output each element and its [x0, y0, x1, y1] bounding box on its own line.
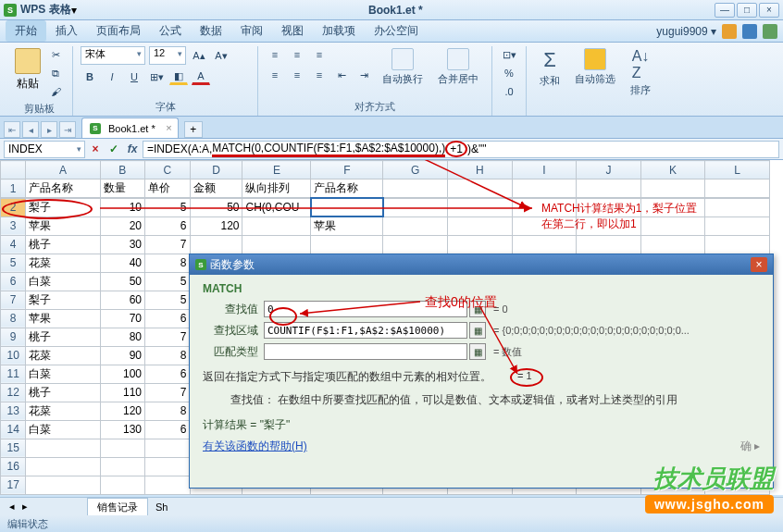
formula-cancel-button[interactable]: ×: [87, 141, 104, 157]
range-picker-icon[interactable]: ▦: [469, 343, 486, 360]
match-type-input[interactable]: [264, 343, 467, 360]
clipboard-icon: [15, 48, 41, 74]
grid[interactable]: A B C D E F G H I J K L 1 产品名称数量单价金额纵向排列…: [0, 160, 770, 198]
range-picker-icon[interactable]: ▦: [469, 322, 486, 339]
col-K[interactable]: K: [640, 161, 705, 179]
new-doc-button[interactable]: +: [184, 121, 203, 138]
col-B[interactable]: B: [100, 161, 145, 179]
menu-data[interactable]: 数据: [191, 20, 231, 42]
formula-accept-button[interactable]: ✓: [106, 141, 122, 157]
indent-dec-icon[interactable]: ⇤: [332, 67, 351, 83]
col-F[interactable]: F: [311, 161, 383, 179]
watermark-title: 技术员联盟: [645, 463, 774, 495]
menu-formula[interactable]: 公式: [150, 20, 191, 42]
align-left-icon[interactable]: ≡: [266, 67, 284, 83]
sheet-tab-sh[interactable]: Sh: [148, 500, 175, 514]
close-button[interactable]: ×: [759, 3, 779, 18]
col-L[interactable]: L: [705, 161, 770, 179]
wrap-button[interactable]: 自动换行: [377, 46, 429, 88]
annotation-find0: 查找0的位置: [425, 294, 497, 311]
percent-style-icon[interactable]: %: [500, 65, 518, 81]
menu-pagelayout[interactable]: 页面布局: [87, 20, 150, 42]
align-center-icon[interactable]: ≡: [288, 67, 306, 83]
help-icon[interactable]: [763, 24, 777, 39]
menu-review[interactable]: 审阅: [231, 20, 272, 42]
menu-start[interactable]: 开始: [6, 20, 46, 42]
cut-icon[interactable]: ✂: [46, 46, 65, 63]
name-box[interactable]: INDEX: [4, 141, 85, 158]
dialog-function-name: MATCH: [203, 282, 760, 295]
menu-office[interactable]: 办公空间: [365, 20, 428, 42]
watermark-url: www.jsgho.com: [645, 495, 774, 513]
font-name-dropdown[interactable]: 宋体: [81, 46, 145, 65]
font-size-dropdown[interactable]: 12: [149, 46, 186, 65]
underline-button[interactable]: U: [125, 68, 143, 85]
group-clipboard-label: 剪贴板: [13, 100, 65, 116]
col-header-row: A B C D E F G H I J K L: [1, 161, 770, 179]
doc-tab-bar: ⇤ ◂ ▸ ⇥ S Book1.et * × +: [0, 117, 783, 139]
minimize-button[interactable]: —: [715, 3, 735, 18]
formula-bar: INDEX × ✓ fx =INDEX(A:A,MATCH(0,COUNTIF(…: [0, 139, 783, 160]
col-H[interactable]: H: [447, 161, 512, 179]
decrease-font-icon[interactable]: A▾: [212, 47, 230, 64]
menu-view[interactable]: 视图: [272, 20, 313, 42]
col-J[interactable]: J: [577, 161, 641, 179]
fill-color-icon[interactable]: ◧: [169, 68, 188, 85]
fx-button[interactable]: fx: [124, 141, 141, 157]
doc-tab-icon: S: [90, 123, 101, 134]
function-args-dialog: S 函数参数 × MATCH 查找值 ▦ = 0 查找区域 ▦ = {0;0;0…: [189, 254, 774, 489]
indent-inc-icon[interactable]: ⇥: [354, 67, 373, 83]
comma-style-icon[interactable]: ⊡▾: [500, 46, 518, 63]
col-E[interactable]: E: [242, 161, 311, 179]
align-middle-icon[interactable]: ≡: [288, 46, 306, 63]
select-all[interactable]: [1, 161, 26, 179]
maximize-button[interactable]: □: [737, 3, 757, 18]
col-I[interactable]: I: [512, 161, 577, 179]
lookup-array-input[interactable]: [264, 322, 467, 339]
sheet-tab-sales[interactable]: 销售记录: [87, 498, 148, 516]
dialog-close-button[interactable]: ×: [751, 257, 767, 272]
increase-font-icon[interactable]: A▴: [190, 47, 208, 64]
d-icon[interactable]: [742, 24, 757, 39]
lookup-value-label: 查找值: [203, 302, 258, 317]
font-color-icon[interactable]: A: [192, 68, 210, 85]
nav-last-icon[interactable]: ⇥: [59, 121, 76, 138]
dialog-help-link[interactable]: 有关该函数的帮助(H): [203, 439, 307, 454]
align-top-icon[interactable]: ≡: [266, 46, 284, 63]
menu-addins[interactable]: 加载项: [313, 20, 365, 42]
menu-insert[interactable]: 插入: [46, 20, 87, 42]
paste-button[interactable]: 粘贴: [13, 46, 43, 93]
col-G[interactable]: G: [383, 161, 448, 179]
copy-icon[interactable]: ⧉: [46, 65, 65, 81]
watermark: 技术员联盟 www.jsgho.com: [645, 463, 774, 513]
filter-button[interactable]: 自动筛选: [569, 46, 621, 88]
nav-first-icon[interactable]: ⇤: [4, 121, 20, 138]
align-bottom-icon[interactable]: ≡: [310, 46, 329, 63]
col-D[interactable]: D: [190, 161, 242, 179]
status-bar: 编辑状态: [0, 515, 783, 532]
bold-button[interactable]: B: [81, 68, 99, 85]
col-C[interactable]: C: [145, 161, 191, 179]
dialog-titlebar[interactable]: S 函数参数 ×: [190, 254, 773, 275]
dialog-param-help: 查找值： 在数组中所要查找匹配的值，可以是数值、文本或逻辑值，或者对上述类型的引…: [230, 392, 760, 408]
formula-input[interactable]: =INDEX(A:A,MATCH(0,COUNTIF(F$1:F1,$A$2:$…: [143, 141, 779, 158]
nav-next-icon[interactable]: ▸: [41, 121, 57, 138]
lookup-array-label: 查找区域: [203, 323, 258, 339]
sum-button[interactable]: Σ求和: [534, 46, 566, 90]
italic-button[interactable]: I: [103, 68, 121, 85]
doc-tab-close[interactable]: ×: [166, 122, 171, 133]
funnel-icon: [584, 48, 606, 70]
sort-button[interactable]: A↓Z排序: [625, 46, 656, 99]
align-right-icon[interactable]: ≡: [310, 67, 329, 83]
border-icon[interactable]: ⊞▾: [147, 68, 166, 85]
merge-button[interactable]: 合并居中: [432, 46, 484, 88]
skin-icon[interactable]: [722, 24, 737, 39]
doc-tab[interactable]: S Book1.et * ×: [81, 118, 179, 138]
col-A[interactable]: A: [26, 161, 100, 179]
decimal-icon[interactable]: .0: [500, 83, 518, 100]
wrap-icon: [392, 48, 414, 70]
status-text: 编辑状态: [7, 517, 48, 531]
format-painter-icon[interactable]: 🖌: [46, 83, 65, 100]
nav-prev-icon[interactable]: ◂: [22, 121, 39, 138]
user-label[interactable]: yugui9909 ▾: [656, 25, 716, 38]
